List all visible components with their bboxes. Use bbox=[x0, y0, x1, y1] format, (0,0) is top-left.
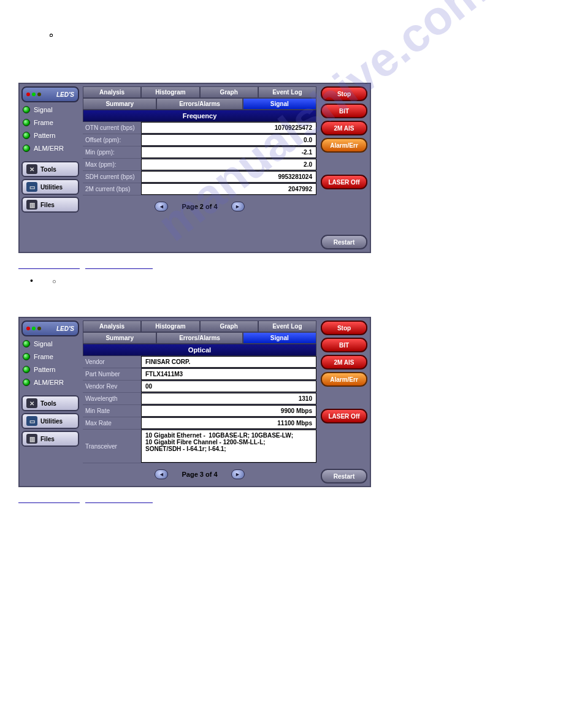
chevron-left-icon: ◄ bbox=[159, 203, 164, 210]
device-panel-optical: LED'S Signal Frame Pattern ALM/ERR ✕Tool… bbox=[18, 317, 371, 487]
tools-button[interactable]: ✕Tools bbox=[21, 395, 79, 411]
utilities-icon: ▭ bbox=[26, 182, 37, 192]
leds-button[interactable]: LED'S bbox=[21, 86, 79, 102]
tools-icon: ✕ bbox=[26, 164, 37, 174]
table-row: Max (ppm): 2.0 bbox=[83, 159, 316, 171]
stop-button[interactable]: Stop bbox=[321, 320, 367, 335]
table-row: Vendor Rev00 bbox=[83, 381, 316, 393]
tab-errors-alarms[interactable]: Errors/Alarms bbox=[156, 98, 242, 110]
table-row: Transceiver10 Gigabit Ethernet - 10GBASE… bbox=[83, 430, 316, 463]
led-text: ALM/ERR bbox=[34, 379, 64, 386]
stop-button[interactable]: Stop bbox=[321, 86, 367, 101]
section-title-frequency: Frequency bbox=[83, 110, 316, 122]
pager-label: Page 2 of 4 bbox=[182, 203, 217, 210]
cell-label: OTN current (bps) bbox=[83, 122, 141, 134]
alarm-err-button[interactable]: Alarm/Err bbox=[321, 372, 367, 387]
bit-button[interactable]: BIT bbox=[321, 104, 367, 118]
link-left[interactable] bbox=[18, 268, 80, 269]
tab-summary[interactable]: Summary bbox=[83, 98, 156, 110]
leds-dots-icon bbox=[26, 93, 41, 96]
led-indicator-icon bbox=[23, 145, 30, 152]
pager-prev-button[interactable]: ◄ bbox=[155, 202, 168, 211]
pager: ◄ Page 2 of 4 ► bbox=[83, 195, 316, 215]
cell-value: 11100 Mbps bbox=[141, 417, 316, 429]
tools-icon: ✕ bbox=[26, 398, 37, 408]
led-row-almerr: ALM/ERR bbox=[21, 143, 79, 154]
tab-summary[interactable]: Summary bbox=[83, 332, 156, 344]
cell-value: -2.1 bbox=[141, 146, 316, 158]
pager-next-button[interactable]: ► bbox=[231, 469, 245, 479]
utilities-button[interactable]: ▭ Utilities bbox=[21, 179, 79, 195]
laser-off-button[interactable]: LASER Off bbox=[321, 175, 367, 189]
table-row: 2M current (bps) 2047992 bbox=[83, 183, 316, 195]
restart-button[interactable]: Restart bbox=[321, 235, 367, 249]
chevron-left-icon: ◄ bbox=[159, 471, 164, 477]
button-label: Utilities bbox=[40, 184, 63, 191]
leds-button[interactable]: LED'S bbox=[21, 320, 79, 336]
utilities-button[interactable]: ▭Utilities bbox=[21, 413, 79, 429]
button-label: Tools bbox=[40, 166, 56, 173]
device-panel-frequency: LED'S Signal Frame Pattern ALM/ERR ✕ Too… bbox=[18, 83, 371, 253]
cell-value: 10709225472 bbox=[141, 122, 316, 134]
pager-prev-button[interactable]: ◄ bbox=[155, 469, 168, 479]
center-pane: Analysis Histogram Graph Event Log Summa… bbox=[81, 84, 318, 252]
tabrow-sub: Summary Errors/Alarms Signal bbox=[83, 332, 316, 344]
table-row: VendorFINISAR CORP. bbox=[83, 356, 316, 368]
tab-graph[interactable]: Graph bbox=[200, 320, 258, 332]
cell-value: 9953281024 bbox=[141, 171, 316, 183]
led-row-signal: Signal bbox=[21, 104, 79, 115]
bit-button[interactable]: BIT bbox=[321, 338, 367, 352]
pager-label: Page 3 of 4 bbox=[182, 471, 217, 478]
files-button[interactable]: ▥ Files bbox=[21, 197, 79, 213]
button-label: Files bbox=[40, 436, 55, 442]
tab-histogram[interactable]: Histogram bbox=[141, 320, 199, 332]
cell-value: 2.0 bbox=[141, 159, 316, 170]
tab-errors-alarms[interactable]: Errors/Alarms bbox=[156, 332, 242, 344]
link-right[interactable] bbox=[85, 268, 153, 269]
tab-analysis[interactable]: Analysis bbox=[83, 86, 141, 98]
tab-signal[interactable]: Signal bbox=[243, 332, 316, 344]
link-row-1 bbox=[18, 262, 563, 271]
cell-label: Max (ppm): bbox=[83, 159, 141, 170]
tab-analysis[interactable]: Analysis bbox=[83, 320, 141, 332]
files-button[interactable]: ▥Files bbox=[21, 431, 79, 447]
led-indicator-icon bbox=[23, 119, 30, 126]
2m-ais-button[interactable]: 2M AIS bbox=[321, 121, 367, 135]
cell-label: Wavelength bbox=[83, 393, 141, 404]
led-row-frame: Frame bbox=[21, 117, 79, 128]
led-indicator-icon bbox=[23, 132, 30, 139]
pager-next-button[interactable]: ► bbox=[231, 202, 245, 211]
cell-value: 2047992 bbox=[141, 183, 316, 195]
files-icon: ▥ bbox=[26, 434, 37, 444]
table-row: SDH current (bps) 9953281024 bbox=[83, 171, 316, 183]
cell-value: FTLX1411M3 bbox=[141, 368, 316, 380]
link-left[interactable] bbox=[18, 502, 80, 503]
tab-graph[interactable]: Graph bbox=[200, 86, 258, 98]
restart-button[interactable]: Restart bbox=[321, 469, 367, 483]
tab-eventlog[interactable]: Event Log bbox=[258, 86, 316, 98]
cell-label: Part Number bbox=[83, 368, 141, 380]
tab-signal[interactable]: Signal bbox=[243, 98, 316, 110]
led-row-signal: Signal bbox=[21, 338, 79, 349]
tools-button[interactable]: ✕ Tools bbox=[21, 161, 79, 177]
link-right[interactable] bbox=[85, 502, 153, 503]
led-row-almerr: ALM/ERR bbox=[21, 377, 79, 388]
led-text: Pattern bbox=[34, 132, 55, 139]
tab-eventlog[interactable]: Event Log bbox=[258, 320, 316, 332]
2m-ais-button[interactable]: 2M AIS bbox=[321, 355, 367, 370]
led-indicator-icon bbox=[23, 379, 30, 386]
left-sidebar: LED'S Signal Frame Pattern ALM/ERR ✕ Too… bbox=[20, 84, 81, 252]
alarm-err-button[interactable]: Alarm/Err bbox=[321, 138, 367, 153]
cell-label: Vendor Rev bbox=[83, 381, 141, 392]
leds-label: LED'S bbox=[56, 91, 74, 98]
table-row: Part NumberFTLX1411M3 bbox=[83, 368, 316, 381]
led-text: Signal bbox=[34, 106, 53, 113]
laser-off-button[interactable]: LASER Off bbox=[321, 409, 367, 423]
cell-label: Transceiver bbox=[83, 430, 141, 463]
frequency-table: OTN current (bps) 10709225472 Offset (pp… bbox=[83, 122, 316, 195]
section-title-optical: Optical bbox=[83, 344, 316, 356]
leds-dots-icon bbox=[26, 327, 41, 330]
led-indicator-icon bbox=[23, 366, 30, 373]
cell-value: 9900 Mbps bbox=[141, 405, 316, 417]
tab-histogram[interactable]: Histogram bbox=[141, 86, 199, 98]
